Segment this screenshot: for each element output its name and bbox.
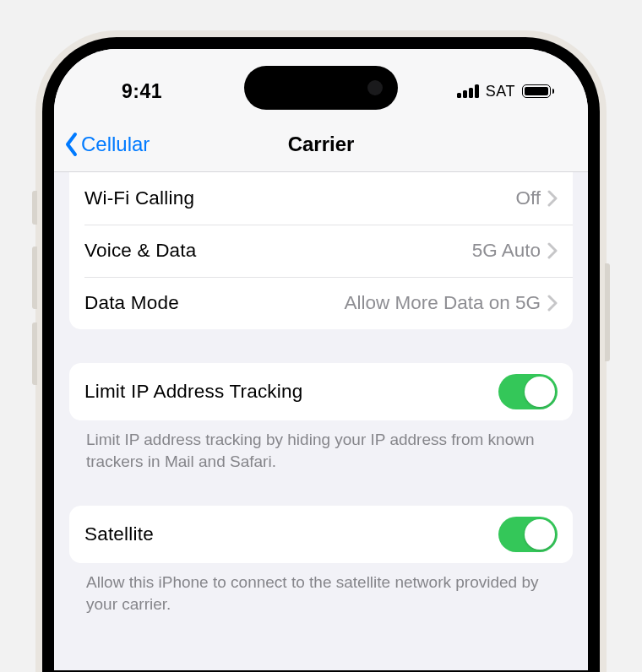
row-label: Voice & Data — [84, 240, 472, 262]
row-wifi-calling[interactable]: Wi-Fi Calling Off — [69, 172, 573, 225]
row-label: Data Mode — [84, 292, 344, 314]
settings-group-limit-ip: Limit IP Address Tracking — [69, 363, 573, 420]
back-button[interactable]: Cellular — [64, 132, 150, 157]
navigation-bar: Cellular Carrier — [54, 117, 588, 172]
row-value: Off — [515, 187, 541, 209]
footer-satellite: Allow this iPhone to connect to the sate… — [69, 563, 573, 615]
settings-group-network: Wi-Fi Calling Off Voice & Data 5G Auto — [69, 172, 573, 329]
side-button — [605, 263, 610, 361]
back-label: Cellular — [81, 133, 150, 156]
screen: 9:41 SAT Cellular Carrier — [54, 49, 588, 670]
volume-down-button — [32, 322, 37, 385]
cellular-signal-icon — [457, 84, 479, 98]
battery-icon — [522, 84, 551, 98]
network-label: SAT — [486, 83, 515, 100]
row-value: Allow More Data on 5G — [344, 292, 541, 314]
toggle-limit-ip-tracking[interactable] — [498, 374, 558, 409]
action-button — [32, 191, 37, 225]
phone-frame: 9:41 SAT Cellular Carrier — [35, 30, 607, 672]
page-title: Carrier — [288, 133, 355, 156]
toggle-satellite[interactable] — [498, 517, 558, 552]
chevron-right-icon — [547, 242, 558, 259]
volume-up-button — [32, 247, 37, 309]
row-limit-ip-tracking: Limit IP Address Tracking — [69, 363, 573, 420]
row-label: Limit IP Address Tracking — [84, 381, 498, 403]
chevron-right-icon — [547, 295, 558, 312]
row-satellite: Satellite — [69, 506, 573, 563]
dynamic-island — [244, 66, 398, 110]
row-label: Wi-Fi Calling — [84, 187, 515, 209]
chevron-left-icon — [64, 132, 79, 157]
row-label: Satellite — [84, 523, 498, 545]
row-value: 5G Auto — [472, 240, 541, 262]
row-voice-data[interactable]: Voice & Data 5G Auto — [69, 225, 573, 277]
settings-group-satellite: Satellite — [69, 506, 573, 563]
row-data-mode[interactable]: Data Mode Allow More Data on 5G — [69, 277, 573, 329]
footer-limit-ip: Limit IP address tracking by hiding your… — [69, 420, 573, 472]
status-time: 9:41 — [122, 80, 162, 103]
chevron-right-icon — [547, 190, 558, 207]
